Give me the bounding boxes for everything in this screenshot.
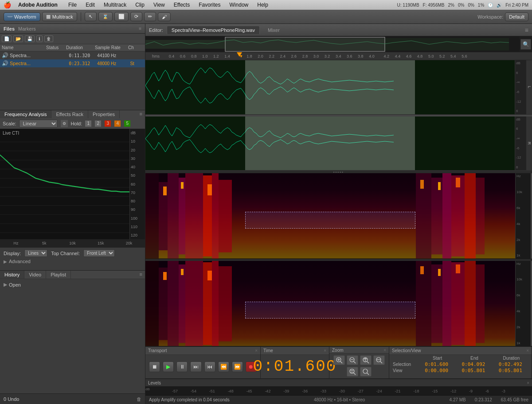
zoom-out-amp-button[interactable] bbox=[347, 367, 358, 377]
track-2-side-btn[interactable]: R bbox=[526, 117, 532, 171]
tool-brush[interactable]: 🖌 bbox=[158, 12, 171, 21]
track-2-waveform[interactable] bbox=[145, 117, 515, 171]
hold-btn-4[interactable]: 4 bbox=[114, 120, 121, 127]
tool-pencil[interactable]: ✏ bbox=[144, 12, 156, 21]
menu-edit[interactable]: Edit bbox=[84, 2, 97, 8]
tab-properties[interactable]: Properties bbox=[88, 110, 120, 118]
hold-btn-3[interactable]: 3 bbox=[104, 120, 111, 127]
file-row-2[interactable]: 🔊 Spectra... 0:23.312 48000 Hz St bbox=[0, 59, 145, 67]
play-button[interactable]: ▶ bbox=[163, 361, 174, 372]
tab-frequency-analysis[interactable]: Frequency Analysis bbox=[0, 110, 51, 118]
scale-select[interactable]: Linear Logarithmic bbox=[19, 120, 58, 128]
levels-meter: dB -57 -54 -51 -48 -45 -42 -39 -36 -33 -… bbox=[145, 386, 532, 396]
tab-playlist[interactable]: Playlist bbox=[46, 271, 71, 279]
levels-panel-menu[interactable]: × bbox=[527, 381, 529, 385]
menu-help[interactable]: Help bbox=[255, 2, 270, 8]
waveform-button[interactable]: 〰 Waveform bbox=[4, 12, 40, 21]
tool-select[interactable]: ↖ bbox=[85, 12, 97, 21]
mixer-tab[interactable]: Mixer bbox=[263, 26, 284, 34]
hold-btn-5[interactable]: 5 bbox=[124, 120, 131, 127]
menu-effects[interactable]: Effects bbox=[172, 2, 192, 8]
ruler-mark-48: 4.8 bbox=[417, 54, 423, 58]
selection-close[interactable]: × bbox=[526, 348, 529, 353]
track-1-side-btn[interactable]: L bbox=[526, 60, 532, 114]
freq-panel-menu[interactable]: ≡ bbox=[137, 110, 145, 118]
zoom-fit-button[interactable] bbox=[360, 355, 372, 365]
workspace-select[interactable]: Default bbox=[505, 12, 528, 21]
hold-btn-1[interactable]: 1 bbox=[85, 120, 92, 127]
history-panel-menu[interactable]: ≡ bbox=[137, 271, 145, 279]
undo-label: 0 Undo bbox=[4, 396, 19, 402]
zoom-close[interactable]: × bbox=[383, 348, 386, 353]
stop-button[interactable]: ⏹ bbox=[149, 361, 160, 372]
zoom-in-amp-icon bbox=[376, 357, 383, 364]
trash-icon[interactable]: 🗑 bbox=[137, 396, 141, 402]
track-2-db-scale: dB 6 -∞ -6 -12 6 bbox=[515, 117, 526, 171]
open-file-button[interactable]: 📂 bbox=[13, 35, 23, 42]
zoom-out-time-button[interactable] bbox=[347, 355, 358, 365]
tab-effects-rack[interactable]: Effects Rack bbox=[51, 110, 88, 118]
clock-icon: 🕐 bbox=[488, 3, 493, 8]
tool-marquee[interactable]: ⬜ bbox=[114, 12, 129, 21]
to-end-button[interactable]: ⏭ bbox=[190, 361, 201, 372]
undo-bar: 0 Undo 🗑 bbox=[0, 393, 145, 404]
editor-file-tab[interactable]: SpectralView–RemovePhoneRing.wav bbox=[167, 26, 260, 34]
menu-window[interactable]: Window bbox=[228, 2, 250, 8]
file-row-1[interactable]: 🔊 Spectra... 0:11.320 44100 Hz bbox=[0, 51, 145, 59]
time-header: Time × bbox=[261, 347, 329, 355]
overview-waveform[interactable] bbox=[145, 36, 520, 52]
menu-favorites[interactable]: Favorites bbox=[197, 2, 222, 8]
sel-empty-header bbox=[393, 356, 417, 361]
history-item-open[interactable]: ▶ Open bbox=[2, 281, 143, 288]
transport-header: Transport × bbox=[145, 347, 260, 355]
svg-rect-27 bbox=[219, 180, 232, 252]
app-name: Adobe Audition bbox=[18, 2, 58, 8]
menu-view[interactable]: View bbox=[152, 2, 167, 8]
freq-settings-button[interactable]: ⚙ bbox=[60, 120, 68, 128]
advanced-row[interactable]: ▶ Advanced bbox=[4, 259, 141, 264]
transport-title: Transport bbox=[148, 348, 167, 353]
playhead[interactable] bbox=[237, 52, 242, 57]
tab-video[interactable]: Video bbox=[24, 271, 46, 279]
menu-multitrack[interactable]: Multitrack bbox=[102, 2, 128, 8]
menu-file[interactable]: File bbox=[66, 2, 78, 8]
save-file-button[interactable]: 💾 bbox=[25, 35, 35, 42]
apple-menu[interactable]: 🍎 bbox=[4, 1, 11, 8]
spectrogram-2-canvas[interactable] bbox=[145, 261, 515, 346]
pause-button[interactable]: ⏸ bbox=[176, 361, 188, 372]
to-start-button[interactable]: ⏮ bbox=[204, 361, 215, 372]
new-file-button[interactable]: 📄 bbox=[2, 35, 12, 42]
zoom-in-time-button[interactable] bbox=[333, 355, 345, 365]
file-info-button[interactable]: ℹ bbox=[36, 35, 43, 42]
editor-panel-menu[interactable]: ≡ bbox=[525, 27, 528, 34]
history-open-label: Open bbox=[9, 282, 21, 287]
rewind-button[interactable]: ⏪ bbox=[218, 361, 229, 372]
track-1-waveform[interactable] bbox=[145, 60, 515, 114]
markers-title[interactable]: Markers bbox=[18, 26, 36, 31]
zoom-full-button[interactable] bbox=[360, 367, 372, 377]
tool-time[interactable]: ⌛ bbox=[98, 12, 113, 21]
zoom-header: Zoom × bbox=[329, 347, 389, 354]
tab-history[interactable]: History bbox=[0, 271, 24, 279]
track-resize-handle[interactable] bbox=[145, 115, 532, 117]
transport-close[interactable]: × bbox=[255, 348, 258, 353]
svg-line-69 bbox=[367, 361, 369, 363]
spectrogram-1-canvas[interactable] bbox=[145, 173, 515, 259]
display-select[interactable]: Lines bbox=[24, 249, 47, 257]
svg-rect-22 bbox=[168, 173, 179, 259]
menu-clip[interactable]: Clip bbox=[133, 2, 146, 8]
levels-title: Levels bbox=[148, 381, 161, 385]
files-title[interactable]: Files bbox=[4, 26, 15, 31]
multitrack-button[interactable]: ▦ Multitrack bbox=[42, 12, 77, 21]
spectrogram-2-svg bbox=[145, 261, 515, 346]
delete-file-button[interactable]: 🗑 bbox=[44, 35, 53, 42]
top-channel-select[interactable]: Front Left bbox=[83, 249, 115, 257]
tool-lasso[interactable]: ⟳ bbox=[130, 12, 142, 21]
time-close[interactable]: × bbox=[324, 348, 326, 353]
zoom-out-button[interactable]: 🔍 bbox=[520, 39, 531, 50]
fast-forward-button[interactable]: ⏩ bbox=[232, 361, 243, 372]
volume-icon: 🔊 bbox=[497, 3, 502, 8]
zoom-in-amp-button[interactable] bbox=[373, 355, 385, 365]
files-panel-menu[interactable]: ≡ bbox=[139, 26, 141, 31]
hold-btn-2[interactable]: 2 bbox=[94, 120, 102, 127]
